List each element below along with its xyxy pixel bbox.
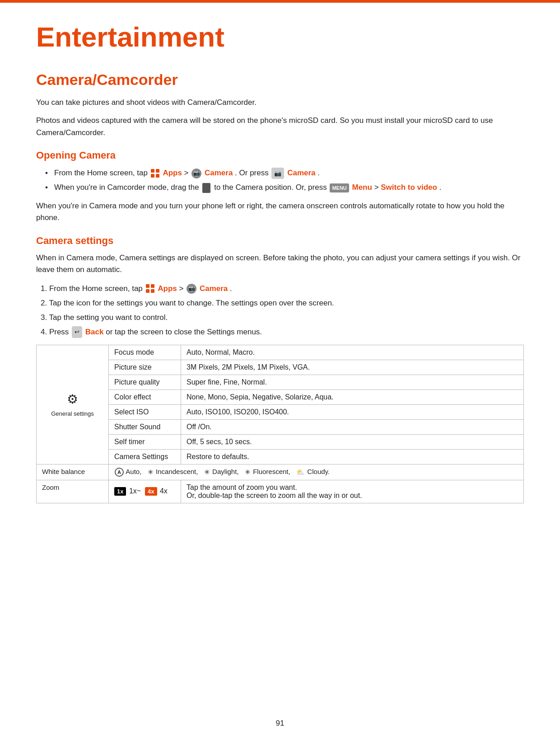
- bullet1-prefix: From the Home screen, tap: [54, 169, 150, 177]
- rotate-text: When you're in Camera mode and you turn …: [36, 200, 524, 224]
- page-title: Entertainment: [36, 21, 524, 53]
- value-picture-quality: Super fine, Fine, Normal.: [181, 375, 524, 389]
- step-3: 3. Tap the setting you want to control.: [41, 311, 524, 324]
- zoom-4x-badge: 4x: [145, 487, 157, 496]
- table-row: Select ISO Auto, ISO100, ISO200, ISO400.: [37, 404, 524, 419]
- page-number: 91: [276, 719, 285, 727]
- zoom-line2: Or, double-tap the screen to zoom all th…: [187, 492, 518, 500]
- fluorescent-icon: ✳: [245, 468, 251, 476]
- bullet2-suffix: to the Camera position. Or, press: [214, 183, 329, 192]
- step1-camera: Camera: [200, 284, 228, 293]
- table-row: Camera Settings Restore to defaults.: [37, 449, 524, 464]
- value-color-effect: None, Mono, Sepia, Negative, Solarize, A…: [181, 389, 524, 404]
- step-4: 4. Press ↩ Back or tap the screen to clo…: [41, 326, 524, 338]
- setting-picture-quality: Picture quality: [109, 375, 181, 389]
- step1-prefix: 1. From the Home screen, tap: [41, 284, 145, 293]
- bullet1-apps: Apps: [163, 169, 182, 177]
- page-footer: 91: [0, 719, 560, 728]
- white-balance-label: White balance: [37, 464, 109, 480]
- step-1: 1. From the Home screen, tap Apps > 📷 Ca…: [41, 282, 524, 295]
- step-2: 2. Tap the icon for the settings you wan…: [41, 297, 524, 310]
- zoom-label: Zoom: [37, 480, 109, 503]
- step4-suffix: or tap the screen to close the Settings …: [106, 328, 262, 336]
- setting-camera-settings: Camera Settings: [109, 449, 181, 464]
- table-row: Color effect None, Mono, Sepia, Negative…: [37, 389, 524, 404]
- step1-end: .: [230, 284, 232, 293]
- bullet-item-2: When you're in Camcorder mode, drag the …: [45, 181, 524, 194]
- menu-badge: MENU: [330, 183, 349, 192]
- step1-apps: Apps: [158, 284, 177, 293]
- cloudy-icon: ⛅: [296, 468, 305, 476]
- toggle-icon: [202, 183, 210, 193]
- value-camera-settings: Restore to defaults.: [181, 449, 524, 464]
- bullet1-suffix: . Or press: [235, 169, 271, 177]
- opening-camera-list: From the Home screen, tap Apps > 📷 Camer…: [45, 167, 524, 194]
- settings-table: ⚙ General settings Focus mode Auto, Norm…: [36, 345, 524, 503]
- value-picture-size: 3M Pixels, 2M Pixels, 1M Pixels, VGA.: [181, 360, 524, 375]
- camera-press-icon: 📷: [271, 168, 284, 179]
- camera-round-icon-2: 📷: [187, 284, 196, 294]
- bullet-item-1: From the Home screen, tap Apps > 📷 Camer…: [45, 167, 524, 179]
- table-row: Shutter Sound Off /On.: [37, 419, 524, 434]
- wb-icons: A Auto, ✳ Incandescent, ✳ Daylight, ✳ Fl…: [114, 468, 330, 475]
- wb-auto-icon: A: [115, 468, 124, 477]
- bullet1-end: .: [317, 169, 320, 177]
- camera-settings-title: Camera settings: [36, 235, 524, 247]
- setting-focus-mode: Focus mode: [109, 345, 181, 360]
- table-row: Picture quality Super fine, Fine, Normal…: [37, 375, 524, 389]
- value-focus-mode: Auto, Normal, Macro.: [181, 345, 524, 360]
- intro-text-1: You can take pictures and shoot videos w…: [36, 97, 524, 108]
- bullet2-prefix: When you're in Camcorder mode, drag the: [54, 183, 201, 192]
- intro-text-2: Photos and videos captured with the came…: [36, 115, 524, 139]
- zoom-description: Tap the amount of zoom you want. Or, dou…: [181, 480, 524, 503]
- table-row-zoom: Zoom 1x 1x~ 4x 4x Tap the amount of zoom…: [37, 480, 524, 503]
- setting-shutter-sound: Shutter Sound: [109, 419, 181, 434]
- zoom-1x-badge: 1x: [114, 487, 126, 496]
- daylight-icon: ✳: [204, 468, 210, 476]
- table-row: ⚙ General settings Focus mode Auto, Norm…: [37, 345, 524, 360]
- apps-grid-icon: [151, 169, 160, 178]
- bullet2-end: .: [439, 183, 442, 192]
- opening-camera-title: Opening Camera: [36, 150, 524, 161]
- bullet2-switch: Switch to video: [381, 183, 437, 192]
- step4-back: Back: [85, 328, 104, 336]
- value-select-iso: Auto, ISO100, ISO200, ISO400.: [181, 404, 524, 419]
- white-balance-value: A Auto, ✳ Incandescent, ✳ Daylight, ✳ Fl…: [109, 464, 524, 480]
- zoom-badge-cell: 1x 1x~ 4x 4x: [109, 480, 181, 503]
- bullet1-mid: >: [184, 169, 191, 177]
- table-row-white-balance: White balance A Auto, ✳ Incandescent, ✳ …: [37, 464, 524, 480]
- bullet1-camera2: Camera: [287, 169, 315, 177]
- setting-picture-size: Picture size: [109, 360, 181, 375]
- camera-settings-intro: When in Camera mode, Camera settings are…: [36, 252, 524, 276]
- general-settings-icon-cell: ⚙ General settings: [37, 345, 109, 464]
- camera-section-title: Camera/Camcorder: [36, 71, 524, 89]
- step4-prefix: 4. Press: [41, 328, 71, 336]
- setting-select-iso: Select ISO: [109, 404, 181, 419]
- value-self-timer: Off, 5 secs, 10 secs.: [181, 434, 524, 449]
- bullet2-menu: Menu: [352, 183, 372, 192]
- setting-self-timer: Self timer: [109, 434, 181, 449]
- bullet1-camera: Camera: [205, 169, 233, 177]
- bullet2-mid: >: [374, 183, 381, 192]
- apps-grid-icon-2: [146, 284, 155, 293]
- settings-steps: 1. From the Home screen, tap Apps > 📷 Ca…: [41, 282, 524, 338]
- back-icon: ↩: [72, 326, 82, 338]
- table-row: Picture size 3M Pixels, 2M Pixels, 1M Pi…: [37, 360, 524, 375]
- general-settings-label: General settings: [42, 410, 103, 417]
- table-row: Self timer Off, 5 secs, 10 secs.: [37, 434, 524, 449]
- value-shutter-sound: Off /On.: [181, 419, 524, 434]
- camera-round-icon-1: 📷: [191, 169, 201, 178]
- setting-color-effect: Color effect: [109, 389, 181, 404]
- step1-mid: >: [179, 284, 186, 293]
- incandescent-icon: ✳: [148, 468, 154, 476]
- zoom-line1: Tap the amount of zoom you want.: [187, 483, 518, 492]
